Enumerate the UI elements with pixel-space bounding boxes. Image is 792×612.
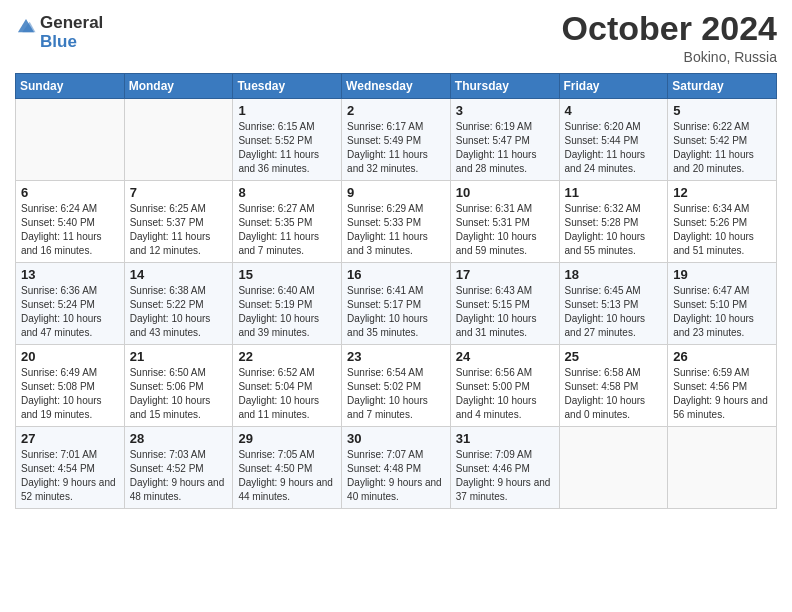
day-info: Sunrise: 6:20 AM Sunset: 5:44 PM Dayligh…: [565, 120, 663, 176]
cell-w0-d0: [16, 99, 125, 181]
day-info: Sunrise: 6:32 AM Sunset: 5:28 PM Dayligh…: [565, 202, 663, 258]
day-info: Sunrise: 6:49 AM Sunset: 5:08 PM Dayligh…: [21, 366, 119, 422]
cell-w3-d4: 24Sunrise: 6:56 AM Sunset: 5:00 PM Dayli…: [450, 345, 559, 427]
day-number: 31: [456, 431, 554, 446]
day-number: 30: [347, 431, 445, 446]
col-wednesday: Wednesday: [342, 74, 451, 99]
location: Bokino, Russia: [562, 49, 777, 65]
day-number: 10: [456, 185, 554, 200]
cell-w3-d2: 22Sunrise: 6:52 AM Sunset: 5:04 PM Dayli…: [233, 345, 342, 427]
day-number: 11: [565, 185, 663, 200]
cell-w2-d2: 15Sunrise: 6:40 AM Sunset: 5:19 PM Dayli…: [233, 263, 342, 345]
col-tuesday: Tuesday: [233, 74, 342, 99]
day-number: 27: [21, 431, 119, 446]
day-info: Sunrise: 6:43 AM Sunset: 5:15 PM Dayligh…: [456, 284, 554, 340]
day-info: Sunrise: 6:17 AM Sunset: 5:49 PM Dayligh…: [347, 120, 445, 176]
cell-w0-d5: 4Sunrise: 6:20 AM Sunset: 5:44 PM Daylig…: [559, 99, 668, 181]
cell-w0-d3: 2Sunrise: 6:17 AM Sunset: 5:49 PM Daylig…: [342, 99, 451, 181]
day-number: 21: [130, 349, 228, 364]
cell-w1-d6: 12Sunrise: 6:34 AM Sunset: 5:26 PM Dayli…: [668, 181, 777, 263]
cell-w2-d1: 14Sunrise: 6:38 AM Sunset: 5:22 PM Dayli…: [124, 263, 233, 345]
logo-text: General Blue: [40, 14, 103, 51]
cell-w3-d0: 20Sunrise: 6:49 AM Sunset: 5:08 PM Dayli…: [16, 345, 125, 427]
logo-icon: [15, 16, 37, 38]
cell-w4-d6: [668, 427, 777, 509]
cell-w3-d5: 25Sunrise: 6:58 AM Sunset: 4:58 PM Dayli…: [559, 345, 668, 427]
cell-w2-d4: 17Sunrise: 6:43 AM Sunset: 5:15 PM Dayli…: [450, 263, 559, 345]
cell-w3-d1: 21Sunrise: 6:50 AM Sunset: 5:06 PM Dayli…: [124, 345, 233, 427]
day-number: 19: [673, 267, 771, 282]
day-number: 2: [347, 103, 445, 118]
day-info: Sunrise: 6:29 AM Sunset: 5:33 PM Dayligh…: [347, 202, 445, 258]
day-info: Sunrise: 7:07 AM Sunset: 4:48 PM Dayligh…: [347, 448, 445, 504]
cell-w1-d4: 10Sunrise: 6:31 AM Sunset: 5:31 PM Dayli…: [450, 181, 559, 263]
col-sunday: Sunday: [16, 74, 125, 99]
cell-w3-d6: 26Sunrise: 6:59 AM Sunset: 4:56 PM Dayli…: [668, 345, 777, 427]
day-number: 6: [21, 185, 119, 200]
col-saturday: Saturday: [668, 74, 777, 99]
cell-w0-d6: 5Sunrise: 6:22 AM Sunset: 5:42 PM Daylig…: [668, 99, 777, 181]
cell-w0-d4: 3Sunrise: 6:19 AM Sunset: 5:47 PM Daylig…: [450, 99, 559, 181]
day-number: 20: [21, 349, 119, 364]
cell-w4-d3: 30Sunrise: 7:07 AM Sunset: 4:48 PM Dayli…: [342, 427, 451, 509]
day-info: Sunrise: 6:15 AM Sunset: 5:52 PM Dayligh…: [238, 120, 336, 176]
cell-w2-d5: 18Sunrise: 6:45 AM Sunset: 5:13 PM Dayli…: [559, 263, 668, 345]
cell-w1-d1: 7Sunrise: 6:25 AM Sunset: 5:37 PM Daylig…: [124, 181, 233, 263]
day-info: Sunrise: 6:38 AM Sunset: 5:22 PM Dayligh…: [130, 284, 228, 340]
logo-general: General: [40, 14, 103, 33]
week-row-1: 6Sunrise: 6:24 AM Sunset: 5:40 PM Daylig…: [16, 181, 777, 263]
day-info: Sunrise: 7:01 AM Sunset: 4:54 PM Dayligh…: [21, 448, 119, 504]
cell-w0-d1: [124, 99, 233, 181]
day-number: 23: [347, 349, 445, 364]
day-number: 29: [238, 431, 336, 446]
cell-w4-d2: 29Sunrise: 7:05 AM Sunset: 4:50 PM Dayli…: [233, 427, 342, 509]
cell-w1-d0: 6Sunrise: 6:24 AM Sunset: 5:40 PM Daylig…: [16, 181, 125, 263]
cell-w1-d5: 11Sunrise: 6:32 AM Sunset: 5:28 PM Dayli…: [559, 181, 668, 263]
day-number: 4: [565, 103, 663, 118]
day-info: Sunrise: 6:25 AM Sunset: 5:37 PM Dayligh…: [130, 202, 228, 258]
day-number: 18: [565, 267, 663, 282]
day-info: Sunrise: 6:50 AM Sunset: 5:06 PM Dayligh…: [130, 366, 228, 422]
header-row: Sunday Monday Tuesday Wednesday Thursday…: [16, 74, 777, 99]
logo-blue: Blue: [40, 33, 103, 52]
cell-w1-d2: 8Sunrise: 6:27 AM Sunset: 5:35 PM Daylig…: [233, 181, 342, 263]
header: General Blue October 2024 Bokino, Russia: [15, 10, 777, 65]
cell-w4-d5: [559, 427, 668, 509]
day-number: 14: [130, 267, 228, 282]
calendar-table: Sunday Monday Tuesday Wednesday Thursday…: [15, 73, 777, 509]
day-number: 8: [238, 185, 336, 200]
day-number: 15: [238, 267, 336, 282]
week-row-3: 20Sunrise: 6:49 AM Sunset: 5:08 PM Dayli…: [16, 345, 777, 427]
day-info: Sunrise: 6:31 AM Sunset: 5:31 PM Dayligh…: [456, 202, 554, 258]
day-number: 28: [130, 431, 228, 446]
logo: General Blue: [15, 10, 103, 51]
day-info: Sunrise: 6:56 AM Sunset: 5:00 PM Dayligh…: [456, 366, 554, 422]
week-row-4: 27Sunrise: 7:01 AM Sunset: 4:54 PM Dayli…: [16, 427, 777, 509]
day-number: 3: [456, 103, 554, 118]
day-info: Sunrise: 7:05 AM Sunset: 4:50 PM Dayligh…: [238, 448, 336, 504]
cell-w2-d0: 13Sunrise: 6:36 AM Sunset: 5:24 PM Dayli…: [16, 263, 125, 345]
day-info: Sunrise: 6:47 AM Sunset: 5:10 PM Dayligh…: [673, 284, 771, 340]
col-thursday: Thursday: [450, 74, 559, 99]
day-info: Sunrise: 6:45 AM Sunset: 5:13 PM Dayligh…: [565, 284, 663, 340]
cell-w1-d3: 9Sunrise: 6:29 AM Sunset: 5:33 PM Daylig…: [342, 181, 451, 263]
cell-w4-d4: 31Sunrise: 7:09 AM Sunset: 4:46 PM Dayli…: [450, 427, 559, 509]
day-info: Sunrise: 6:59 AM Sunset: 4:56 PM Dayligh…: [673, 366, 771, 422]
day-info: Sunrise: 6:41 AM Sunset: 5:17 PM Dayligh…: [347, 284, 445, 340]
day-info: Sunrise: 6:40 AM Sunset: 5:19 PM Dayligh…: [238, 284, 336, 340]
day-number: 7: [130, 185, 228, 200]
day-info: Sunrise: 6:36 AM Sunset: 5:24 PM Dayligh…: [21, 284, 119, 340]
title-block: October 2024 Bokino, Russia: [562, 10, 777, 65]
day-number: 9: [347, 185, 445, 200]
day-info: Sunrise: 7:09 AM Sunset: 4:46 PM Dayligh…: [456, 448, 554, 504]
day-number: 16: [347, 267, 445, 282]
day-info: Sunrise: 6:58 AM Sunset: 4:58 PM Dayligh…: [565, 366, 663, 422]
col-friday: Friday: [559, 74, 668, 99]
day-number: 26: [673, 349, 771, 364]
week-row-0: 1Sunrise: 6:15 AM Sunset: 5:52 PM Daylig…: [16, 99, 777, 181]
cell-w2-d6: 19Sunrise: 6:47 AM Sunset: 5:10 PM Dayli…: [668, 263, 777, 345]
day-number: 12: [673, 185, 771, 200]
cell-w3-d3: 23Sunrise: 6:54 AM Sunset: 5:02 PM Dayli…: [342, 345, 451, 427]
page: General Blue October 2024 Bokino, Russia…: [0, 0, 792, 612]
day-number: 25: [565, 349, 663, 364]
